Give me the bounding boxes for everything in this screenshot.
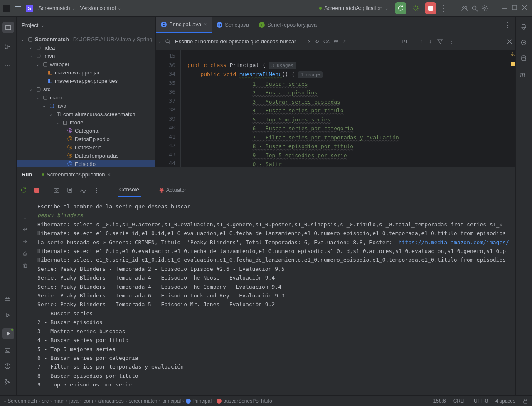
find-clear-icon[interactable]: ×	[308, 39, 311, 45]
svg-marker-12	[7, 314, 9, 317]
more-tool-icon[interactable]: ⋯	[4, 62, 12, 70]
svg-point-6	[473, 6, 476, 10]
search-everywhere-icon[interactable]	[471, 5, 478, 12]
database-icon[interactable]	[520, 55, 528, 62]
find-collapse-icon[interactable]: ›	[159, 39, 161, 45]
error-stripe[interactable]: ⚠	[510, 50, 515, 167]
ide-logo-icon[interactable]	[3, 5, 10, 12]
find-case-toggle[interactable]: Cc	[323, 39, 330, 45]
right-tool-rail: m	[515, 17, 532, 395]
tab-options-icon[interactable]: ⋮	[500, 20, 515, 30]
editor-tab-serie[interactable]: CSerie.java	[212, 17, 254, 33]
cursor-pos[interactable]: 158:6	[433, 398, 446, 404]
gutter: 15303435363738394041424344	[156, 50, 181, 167]
svg-rect-20	[34, 188, 39, 193]
close-run-tab-icon[interactable]: ×	[107, 171, 111, 178]
scroll-down-icon[interactable]: ↓	[24, 214, 27, 220]
find-filter-icon[interactable]	[437, 39, 443, 45]
problems-tool-icon[interactable]	[4, 363, 12, 371]
run-panel: Run ScreenmatchApplication× ⋮ Console ◉A…	[17, 167, 515, 395]
stop-button[interactable]	[425, 2, 436, 14]
debug-button[interactable]	[410, 2, 421, 14]
console-output[interactable]: Escribe el nombre de la serie que deseas…	[33, 198, 515, 395]
indent-status[interactable]: 4 spaces	[495, 398, 515, 404]
scroll-up-icon[interactable]: ↑	[24, 202, 27, 208]
more-run-icon[interactable]: ⋮	[93, 186, 100, 194]
svg-point-27	[522, 56, 526, 57]
close-window-icon[interactable]	[522, 5, 529, 12]
main-menu-icon[interactable]	[15, 6, 21, 10]
svg-point-18	[8, 381, 10, 383]
find-history-icon[interactable]: ↻	[315, 39, 319, 45]
project-panel: Project⌄ ⌄▢ScreenmatchD:\JORGE\ALURA\Jav…	[17, 17, 156, 167]
svg-rect-0	[3, 5, 10, 12]
svg-rect-28	[524, 401, 527, 403]
breadcrumb[interactable]: ▫Screenmatch› src› main› java› com› alur…	[4, 398, 272, 404]
titlebar: S Screenmatch⌄ Version control⌄ Screenma…	[0, 0, 532, 17]
svg-rect-1	[4, 10, 7, 10]
console-side-icons: ↑ ↓ ↩ ⇥ ⎙ 🗑	[17, 198, 33, 395]
svg-rect-21	[54, 189, 59, 192]
project-selector[interactable]: Screenmatch⌄	[38, 5, 75, 11]
svg-point-2	[414, 7, 417, 10]
find-prev-icon[interactable]: ↑	[421, 39, 423, 45]
encoding[interactable]: UTF-8	[474, 398, 488, 404]
svg-point-19	[166, 40, 169, 43]
terminal-tool-icon[interactable]	[4, 347, 12, 355]
minimize-window-icon[interactable]: —	[502, 5, 509, 12]
run-tab[interactable]: ScreenmatchApplication×	[39, 170, 114, 179]
scroll-to-end-icon[interactable]: ⇥	[23, 238, 27, 245]
project-badge[interactable]: S	[26, 5, 33, 12]
notifications-icon[interactable]	[520, 23, 528, 31]
svg-rect-8	[512, 5, 517, 10]
run-panel-title: Run	[22, 171, 32, 178]
close-tab-icon[interactable]: ×	[204, 22, 207, 27]
find-more-icon[interactable]: ⋮	[449, 39, 454, 45]
rerun-icon[interactable]	[20, 186, 27, 194]
profiler-icon[interactable]	[79, 186, 87, 194]
soft-wrap-icon[interactable]: ↩	[23, 226, 27, 233]
git-tool-icon[interactable]	[4, 379, 12, 387]
svg-rect-24	[69, 189, 71, 191]
camera-icon[interactable]	[53, 186, 60, 194]
heap-icon[interactable]	[66, 186, 74, 194]
warning-icon[interactable]: ⚠	[510, 52, 515, 57]
more-actions-icon[interactable]: ⋮	[440, 4, 447, 13]
project-panel-header[interactable]: Project⌄	[17, 17, 155, 33]
ai-assistant-icon[interactable]	[520, 39, 528, 47]
print-icon[interactable]: ⎙	[23, 250, 27, 257]
svg-rect-3	[428, 6, 433, 11]
vcs-menu[interactable]: Version control⌄	[80, 5, 121, 11]
run-tool-icon[interactable]	[2, 328, 14, 339]
line-separator[interactable]: CRLF	[453, 398, 466, 404]
structure-tool-icon[interactable]	[4, 43, 12, 52]
clear-icon[interactable]: 🗑	[22, 262, 28, 269]
settings-icon[interactable]	[481, 5, 488, 12]
rerun-button[interactable]	[395, 2, 406, 14]
editor-tab-principal[interactable]: CPrincipal.java×	[156, 17, 212, 33]
maven-icon[interactable]: m	[520, 71, 528, 78]
svg-point-16	[5, 379, 7, 381]
actuator-tab[interactable]: ◉Actuator	[159, 187, 186, 193]
svg-point-9	[5, 44, 6, 45]
project-tool-icon[interactable]	[2, 22, 14, 33]
find-word-toggle[interactable]: W	[334, 39, 338, 45]
project-tree[interactable]: ⌄▢ScreenmatchD:\JORGE\ALURA\Java y Sprin…	[17, 33, 155, 167]
services-tool-icon[interactable]	[4, 312, 12, 320]
editor-tab-repo[interactable]: ISerieRepository.java	[254, 17, 322, 33]
find-input[interactable]: Escribe el nombre del episodio que desea…	[175, 38, 304, 45]
bookmarks-tool-icon[interactable]	[4, 296, 12, 304]
stop-run-icon[interactable]	[33, 186, 41, 194]
console-tab[interactable]: Console	[118, 183, 141, 197]
find-next-icon[interactable]: ↓	[429, 39, 431, 45]
svg-marker-13	[7, 332, 10, 336]
code-with-me-icon[interactable]	[461, 5, 468, 12]
readonly-icon[interactable]	[523, 399, 528, 404]
code-editor[interactable]: 15303435363738394041424344 public class …	[156, 50, 515, 167]
maximize-window-icon[interactable]	[512, 5, 519, 12]
svg-point-26	[523, 42, 525, 43]
run-config-selector[interactable]: ScreenmatchApplication⌄	[316, 3, 392, 13]
find-close-icon[interactable]	[507, 39, 512, 44]
find-regex-toggle[interactable]: .*	[342, 39, 346, 45]
svg-point-5	[465, 6, 467, 8]
